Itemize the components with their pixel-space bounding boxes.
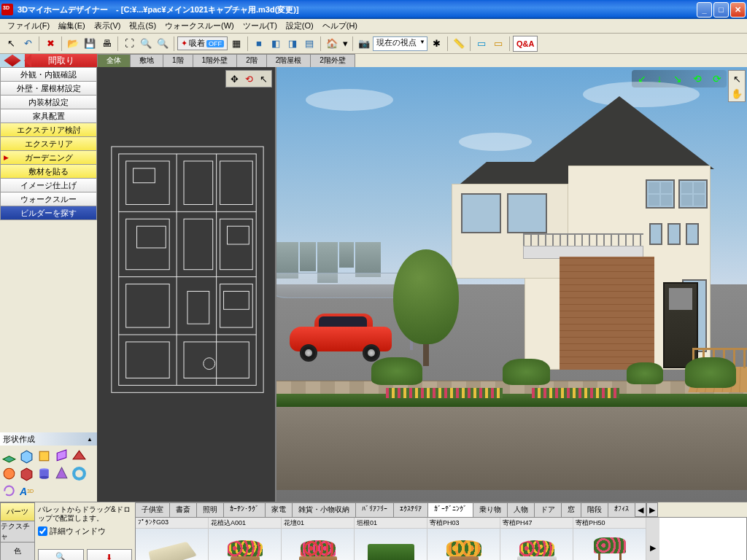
zoom-in-icon[interactable]: 🔍 (138, 36, 154, 52)
shape-rotate-icon[interactable] (1, 483, 17, 499)
menu-help[interactable]: ヘルプ(H) (318, 19, 362, 33)
nav-image-finish[interactable]: イメージ仕上げ (0, 178, 97, 192)
menu-settings[interactable]: 設定(O) (282, 19, 318, 33)
nav-paving[interactable]: 敷材を貼る (0, 164, 97, 179)
render-view[interactable]: ↙↓↘⟲⟳ ↖ ✋ (276, 67, 747, 502)
floor-tab-1f[interactable]: 1階 (163, 54, 193, 67)
cat-tab[interactable]: ドア (534, 502, 562, 517)
pan-icon[interactable]: ✥ (228, 72, 241, 85)
cat-tab[interactable]: ｵﾌｨｽ (608, 502, 635, 517)
thumb-item[interactable]: 寄植PH47 (500, 518, 573, 560)
cat-tab[interactable]: ｶｰﾃﾝ･ﾗｸﾞ (223, 502, 266, 517)
palette-tab-parts[interactable]: パーツ (0, 502, 35, 521)
close-button[interactable]: ✕ (730, 2, 746, 18)
palette2-icon[interactable]: ▭ (490, 36, 506, 52)
save-icon[interactable]: 💾 (82, 36, 98, 52)
qa-button[interactable]: Q&A (513, 36, 538, 52)
cat-tab[interactable]: 雑貨・小物収納 (292, 502, 356, 517)
shape-cone-icon[interactable] (54, 466, 69, 481)
shape-cube-icon[interactable] (36, 448, 52, 464)
zoom-out-icon[interactable]: 🔍 (155, 36, 171, 52)
mode-madori-button[interactable]: 間取り (25, 54, 97, 67)
snap-toggle[interactable]: ✦ 吸着 OFF (177, 36, 228, 50)
shape-cylinder-icon[interactable] (36, 466, 52, 481)
cat-scroll-left[interactable]: ◀ (635, 502, 646, 517)
cat-tab[interactable]: ｴｸｽﾃﾘｱ (393, 502, 428, 517)
cat-tab[interactable]: 照明 (196, 502, 224, 517)
shape-torus-icon[interactable] (71, 466, 87, 481)
shape-panel-icon[interactable] (54, 448, 69, 464)
record-icon[interactable]: ✱ (428, 36, 444, 52)
open-icon[interactable]: 📂 (65, 36, 81, 52)
layout4-icon[interactable]: ▤ (301, 36, 317, 52)
shape-box2-icon[interactable] (19, 466, 34, 481)
layout3-icon[interactable]: ◨ (285, 36, 301, 52)
palette-tab-texture[interactable]: テクスチャ (0, 521, 35, 542)
menu-view[interactable]: 表示(V) (90, 19, 125, 33)
floor-tab-2f-roof[interactable]: 2階屋根 (266, 54, 311, 67)
cat-tab[interactable]: 子供室 (135, 502, 170, 517)
floor-tab-2f-wall[interactable]: 2階外壁 (310, 54, 355, 67)
menu-file[interactable]: ファイル(F) (3, 19, 54, 33)
thumb-item[interactable]: 花壇01 (282, 518, 355, 560)
select-tool-icon[interactable]: ↖ (257, 72, 270, 85)
floor-tab-all[interactable]: 全体 (97, 54, 131, 67)
menu-tool[interactable]: ツール(T) (239, 19, 282, 33)
menu-edit[interactable]: 編集(E) (54, 19, 90, 33)
menu-walkthrough[interactable]: ウォークスルー(W) (160, 19, 239, 33)
pointer-icon[interactable]: ↖ (3, 36, 19, 52)
viewpoint-dropdown[interactable]: 現在の視点 (373, 36, 427, 51)
layout2-icon[interactable]: ◧ (268, 36, 284, 52)
thumb-item[interactable]: 垣根01 (355, 518, 427, 560)
thumb-item[interactable]: 寄植PH03 (427, 518, 500, 560)
shape-floor-icon[interactable] (1, 448, 17, 464)
thumb-item[interactable]: 寄植PH50 (573, 518, 646, 560)
grid-icon[interactable]: ▦ (228, 36, 244, 52)
cat-scroll-right[interactable]: ▶ (646, 502, 658, 517)
floor-tab-1f-wall[interactable]: 1階外壁 (193, 54, 238, 67)
cat-tab[interactable]: ﾊﾞﾘｱﾌﾘｰ (355, 502, 394, 517)
nav-walkthrough[interactable]: ウォークスルー (0, 192, 97, 206)
cat-tab[interactable]: 窓 (561, 502, 581, 517)
zoom-fit-icon[interactable]: ⛶ (121, 36, 137, 52)
cat-tab[interactable]: 人物 (507, 502, 535, 517)
floor-tab-2f[interactable]: 2階 (236, 54, 267, 67)
palette1-icon[interactable]: ▭ (473, 36, 489, 52)
detail-window-checkbox[interactable]: 詳細ウィンドウ (38, 526, 132, 537)
nav-furniture[interactable]: 家具配置 (0, 109, 97, 123)
rotate-tool-icon[interactable]: ⟲ (242, 72, 255, 85)
delete-icon[interactable]: ✖ (42, 36, 58, 52)
nav-exterior-study[interactable]: エクステリア検討 (0, 122, 97, 137)
shape-sphere-icon[interactable] (1, 466, 17, 481)
palette-tab-color[interactable]: 色 (0, 542, 35, 560)
print-icon[interactable]: 🖶 (98, 36, 115, 52)
camera-icon[interactable]: 📷 (356, 36, 372, 52)
shape-text-icon[interactable]: A3D (19, 483, 34, 499)
thumb-item[interactable]: ﾌﾟﾗﾝﾀG03 (136, 518, 209, 560)
minimize-button[interactable]: _ (697, 2, 712, 18)
cat-tab[interactable]: 書斎 (169, 502, 197, 517)
cat-tab[interactable]: 家電 (265, 502, 293, 517)
cat-tab[interactable]: 乗り物 (473, 502, 508, 517)
search-button[interactable]: 🔍検索 (38, 549, 84, 560)
dropdown-icon[interactable]: ▾ (341, 36, 349, 52)
undo-icon[interactable]: ↶ (20, 36, 36, 52)
maximize-button[interactable]: □ (713, 2, 729, 18)
shape-roof-icon[interactable] (71, 448, 87, 464)
thumb-item[interactable]: 花植込A001 (209, 518, 282, 560)
download-button[interactable]: ⬇ﾀﾞｳﾝﾛｰﾄﾞ (87, 549, 133, 560)
shape-panel-header[interactable]: 形状作成 (0, 432, 97, 446)
layout1-icon[interactable]: ■ (251, 36, 267, 52)
nav-builder[interactable]: ビルダーを探す (0, 206, 97, 220)
shape-box-icon[interactable] (19, 448, 34, 464)
cat-tab[interactable]: 階段 (581, 502, 608, 517)
ruler-icon[interactable]: 📏 (451, 36, 467, 52)
home-icon[interactable]: 🏠 (324, 36, 340, 52)
cat-tab-gardening[interactable]: ｶﾞｰﾃﾞﾆﾝｸﾞ (427, 502, 473, 517)
menu-viewpoint[interactable]: 視点(S) (125, 19, 160, 33)
nav-exterior[interactable]: エクステリア (0, 136, 97, 151)
nav-wall-roof[interactable]: 外壁・屋根材設定 (0, 81, 97, 96)
thumb-scroll-right[interactable]: ▶ (646, 518, 659, 560)
nav-gardening[interactable]: ガーデニング (0, 150, 97, 165)
wireframe-view[interactable]: ✥ ⟲ ↖ (97, 67, 276, 502)
